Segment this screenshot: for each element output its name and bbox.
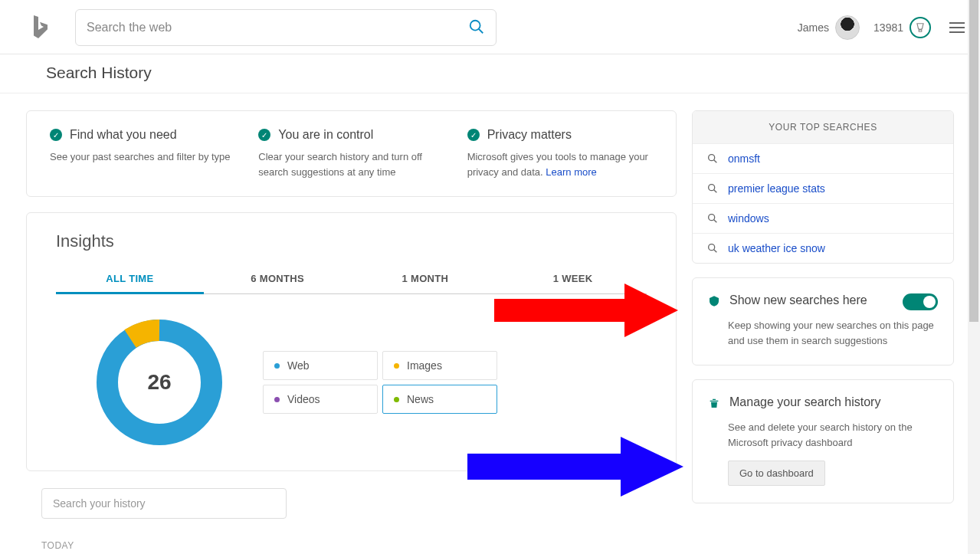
show-new-searches-card: Show new searches here Keep showing your… (692, 277, 954, 366)
top-search-item[interactable]: uk weather ice snow (693, 234, 953, 263)
manage-history-card: Manage your search history See and delet… (692, 379, 954, 503)
svg-point-5 (709, 185, 715, 191)
svg-rect-11 (494, 299, 624, 322)
info-title-0: Find what you need (70, 128, 177, 142)
rewards-menu[interactable]: 13981 (873, 17, 931, 38)
info-desc-0: See your past searches and filter by typ… (50, 149, 235, 165)
info-desc-1: Clear your search history and turn off s… (258, 149, 444, 179)
history-search-input[interactable] (41, 488, 287, 519)
svg-line-4 (714, 160, 717, 163)
legend-images[interactable]: Images (382, 351, 497, 380)
show-new-toggle[interactable] (903, 293, 938, 310)
top-searches-title: YOUR TOP SEARCHES (693, 111, 953, 144)
bing-logo[interactable] (31, 15, 61, 41)
annotation-arrow-red (494, 284, 686, 337)
learn-more-link[interactable]: Learn more (546, 166, 596, 178)
insights-card: Insights ALL TIME 6 MONTHS 1 MONTH 1 WEE… (26, 212, 677, 471)
svg-marker-14 (621, 437, 683, 497)
shield-icon (708, 294, 720, 310)
search-input[interactable] (87, 21, 468, 34)
search-box[interactable] (75, 9, 497, 46)
top-search-link[interactable]: premier league stats (728, 182, 825, 195)
today-header: TODAY (41, 540, 661, 551)
search-icon (468, 18, 485, 35)
legend-web[interactable]: Web (263, 351, 378, 380)
insights-title: Insights (56, 231, 647, 251)
tab-all-time[interactable]: ALL TIME (56, 265, 204, 294)
delete-icon (708, 396, 720, 412)
top-search-item[interactable]: premier league stats (693, 174, 953, 204)
avatar (835, 15, 860, 40)
search-icon (706, 182, 719, 195)
rewards-points: 13981 (873, 21, 903, 34)
svg-line-10 (714, 250, 717, 253)
tab-6-months[interactable]: 6 MONTHS (204, 265, 352, 293)
user-name: James (798, 21, 829, 34)
top-search-item[interactable]: windows (693, 204, 953, 234)
search-icon (706, 212, 719, 225)
svg-point-0 (470, 20, 480, 30)
svg-line-1 (479, 28, 483, 33)
legend-news[interactable]: News (382, 385, 497, 414)
scrollbar-thumb[interactable] (969, 0, 978, 322)
search-icon (706, 152, 719, 165)
svg-point-7 (709, 215, 715, 221)
manage-desc: See and delete your search history on th… (708, 420, 938, 450)
tab-1-month[interactable]: 1 MONTH (352, 265, 500, 293)
show-new-title: Show new searches here (729, 293, 893, 307)
annotation-arrow-blue (467, 437, 690, 497)
svg-rect-13 (467, 454, 621, 480)
legend-videos[interactable]: Videos (263, 385, 378, 414)
rewards-icon (910, 17, 931, 38)
search-icon (706, 242, 719, 254)
svg-line-6 (714, 190, 717, 193)
svg-marker-12 (624, 284, 678, 337)
info-card: ✓ Find what you need See your past searc… (26, 110, 677, 197)
check-icon: ✓ (258, 129, 270, 141)
show-new-desc: Keep showing your new searches on this p… (708, 318, 938, 348)
check-icon: ✓ (467, 129, 480, 141)
search-button[interactable] (468, 18, 485, 38)
donut-total: 26 (147, 370, 171, 395)
top-search-link[interactable]: onmsft (728, 152, 760, 165)
scrollbar-track[interactable] (968, 0, 980, 554)
top-search-link[interactable]: uk weather ice snow (728, 242, 825, 254)
info-title-2: Privacy matters (487, 128, 572, 142)
page-title: Search History (46, 64, 980, 82)
info-title-1: You are in control (278, 128, 373, 142)
svg-line-8 (714, 220, 717, 223)
manage-title: Manage your search history (729, 395, 938, 409)
go-to-dashboard-button[interactable]: Go to dashboard (728, 461, 825, 486)
svg-point-3 (709, 155, 715, 161)
svg-point-9 (709, 244, 715, 251)
insights-donut-chart: 26 (94, 317, 225, 447)
hamburger-menu[interactable] (949, 22, 965, 33)
user-menu[interactable]: James (798, 15, 860, 40)
info-desc-2: Microsoft gives you tools to manage your… (467, 149, 653, 179)
top-search-item[interactable]: onmsft (693, 144, 953, 174)
top-search-link[interactable]: windows (728, 212, 769, 225)
top-searches-card: YOUR TOP SEARCHES onmsft premier league … (692, 110, 954, 264)
check-icon: ✓ (50, 129, 62, 141)
